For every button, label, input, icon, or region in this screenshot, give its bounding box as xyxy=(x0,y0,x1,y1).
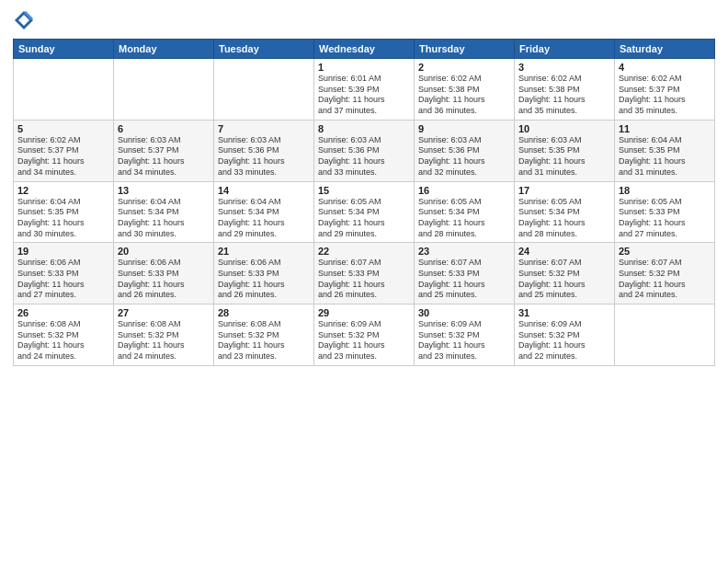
day-cell: 6Sunrise: 6:03 AM Sunset: 5:37 PM Daylig… xyxy=(114,120,214,181)
day-info: Sunrise: 6:05 AM Sunset: 5:34 PM Dayligh… xyxy=(418,197,510,240)
day-cell: 19Sunrise: 6:06 AM Sunset: 5:33 PM Dayli… xyxy=(14,243,114,304)
calendar: SundayMondayTuesdayWednesdayThursdayFrid… xyxy=(13,39,715,366)
day-cell: 1Sunrise: 6:01 AM Sunset: 5:39 PM Daylig… xyxy=(314,59,415,121)
day-number: 16 xyxy=(418,185,510,196)
day-number: 18 xyxy=(619,185,711,196)
day-cell: 4Sunrise: 6:02 AM Sunset: 5:37 PM Daylig… xyxy=(615,59,715,121)
day-info: Sunrise: 6:03 AM Sunset: 5:35 PM Dayligh… xyxy=(518,135,610,178)
day-number: 6 xyxy=(118,123,210,134)
day-info: Sunrise: 6:08 AM Sunset: 5:32 PM Dayligh… xyxy=(17,319,109,362)
header-row: SundayMondayTuesdayWednesdayThursdayFrid… xyxy=(14,40,715,59)
day-number: 8 xyxy=(318,123,410,134)
day-number: 23 xyxy=(418,246,510,257)
day-cell: 30Sunrise: 6:09 AM Sunset: 5:32 PM Dayli… xyxy=(415,304,515,366)
day-info: Sunrise: 6:07 AM Sunset: 5:33 PM Dayligh… xyxy=(318,258,410,301)
day-info: Sunrise: 6:03 AM Sunset: 5:37 PM Dayligh… xyxy=(118,135,210,178)
day-cell: 12Sunrise: 6:04 AM Sunset: 5:35 PM Dayli… xyxy=(14,181,114,243)
day-cell: 15Sunrise: 6:05 AM Sunset: 5:34 PM Dayli… xyxy=(314,181,415,243)
day-info: Sunrise: 6:02 AM Sunset: 5:37 PM Dayligh… xyxy=(17,135,109,178)
day-info: Sunrise: 6:06 AM Sunset: 5:33 PM Dayligh… xyxy=(17,258,109,301)
day-info: Sunrise: 6:08 AM Sunset: 5:32 PM Dayligh… xyxy=(118,319,210,362)
day-number: 26 xyxy=(17,307,109,318)
day-cell: 27Sunrise: 6:08 AM Sunset: 5:32 PM Dayli… xyxy=(114,304,214,366)
day-cell xyxy=(615,304,715,366)
week-row-1: 1Sunrise: 6:01 AM Sunset: 5:39 PM Daylig… xyxy=(14,59,715,121)
week-row-3: 12Sunrise: 6:04 AM Sunset: 5:35 PM Dayli… xyxy=(14,181,715,243)
day-info: Sunrise: 6:02 AM Sunset: 5:38 PM Dayligh… xyxy=(418,74,510,117)
day-cell: 25Sunrise: 6:07 AM Sunset: 5:32 PM Dayli… xyxy=(615,243,715,304)
day-number: 3 xyxy=(518,62,610,73)
col-header-friday: Friday xyxy=(515,40,615,59)
day-number: 2 xyxy=(418,62,510,73)
day-cell: 26Sunrise: 6:08 AM Sunset: 5:32 PM Dayli… xyxy=(14,304,114,366)
day-info: Sunrise: 6:04 AM Sunset: 5:34 PM Dayligh… xyxy=(218,197,310,240)
day-info: Sunrise: 6:02 AM Sunset: 5:37 PM Dayligh… xyxy=(619,74,711,117)
day-cell: 10Sunrise: 6:03 AM Sunset: 5:35 PM Dayli… xyxy=(515,120,615,181)
day-number: 27 xyxy=(118,307,210,318)
day-cell: 13Sunrise: 6:04 AM Sunset: 5:34 PM Dayli… xyxy=(114,181,214,243)
col-header-monday: Monday xyxy=(114,40,214,59)
week-row-2: 5Sunrise: 6:02 AM Sunset: 5:37 PM Daylig… xyxy=(14,120,715,181)
day-info: Sunrise: 6:04 AM Sunset: 5:34 PM Dayligh… xyxy=(118,197,210,240)
day-number: 31 xyxy=(518,307,610,318)
week-row-4: 19Sunrise: 6:06 AM Sunset: 5:33 PM Dayli… xyxy=(14,243,715,304)
day-cell: 9Sunrise: 6:03 AM Sunset: 5:36 PM Daylig… xyxy=(415,120,515,181)
day-number: 17 xyxy=(518,185,610,196)
day-cell: 29Sunrise: 6:09 AM Sunset: 5:32 PM Dayli… xyxy=(314,304,415,366)
logo-icon xyxy=(13,9,35,31)
day-number: 24 xyxy=(518,246,610,257)
day-number: 1 xyxy=(318,62,410,73)
day-number: 30 xyxy=(418,307,510,318)
day-info: Sunrise: 6:05 AM Sunset: 5:34 PM Dayligh… xyxy=(318,197,410,240)
day-number: 14 xyxy=(218,185,310,196)
day-info: Sunrise: 6:08 AM Sunset: 5:32 PM Dayligh… xyxy=(218,319,310,362)
col-header-saturday: Saturday xyxy=(615,40,715,59)
day-number: 12 xyxy=(17,185,109,196)
day-cell xyxy=(114,59,214,121)
day-cell: 21Sunrise: 6:06 AM Sunset: 5:33 PM Dayli… xyxy=(214,243,314,304)
day-cell: 14Sunrise: 6:04 AM Sunset: 5:34 PM Dayli… xyxy=(214,181,314,243)
day-info: Sunrise: 6:09 AM Sunset: 5:32 PM Dayligh… xyxy=(418,319,510,362)
day-cell: 11Sunrise: 6:04 AM Sunset: 5:35 PM Dayli… xyxy=(615,120,715,181)
day-number: 13 xyxy=(118,185,210,196)
page: SundayMondayTuesdayWednesdayThursdayFrid… xyxy=(0,0,728,563)
day-number: 4 xyxy=(619,62,711,73)
day-number: 5 xyxy=(17,123,109,134)
day-cell: 2Sunrise: 6:02 AM Sunset: 5:38 PM Daylig… xyxy=(415,59,515,121)
day-cell: 28Sunrise: 6:08 AM Sunset: 5:32 PM Dayli… xyxy=(214,304,314,366)
day-cell: 7Sunrise: 6:03 AM Sunset: 5:36 PM Daylig… xyxy=(214,120,314,181)
day-number: 20 xyxy=(118,246,210,257)
day-cell: 5Sunrise: 6:02 AM Sunset: 5:37 PM Daylig… xyxy=(14,120,114,181)
week-row-5: 26Sunrise: 6:08 AM Sunset: 5:32 PM Dayli… xyxy=(14,304,715,366)
day-info: Sunrise: 6:05 AM Sunset: 5:34 PM Dayligh… xyxy=(518,197,610,240)
day-cell xyxy=(214,59,314,121)
day-info: Sunrise: 6:05 AM Sunset: 5:33 PM Dayligh… xyxy=(619,197,711,240)
day-info: Sunrise: 6:07 AM Sunset: 5:32 PM Dayligh… xyxy=(518,258,610,301)
day-number: 22 xyxy=(318,246,410,257)
day-info: Sunrise: 6:03 AM Sunset: 5:36 PM Dayligh… xyxy=(418,135,510,178)
col-header-thursday: Thursday xyxy=(415,40,515,59)
day-info: Sunrise: 6:07 AM Sunset: 5:32 PM Dayligh… xyxy=(619,258,711,301)
day-info: Sunrise: 6:04 AM Sunset: 5:35 PM Dayligh… xyxy=(619,135,711,178)
day-number: 21 xyxy=(218,246,310,257)
day-cell: 17Sunrise: 6:05 AM Sunset: 5:34 PM Dayli… xyxy=(515,181,615,243)
day-info: Sunrise: 6:09 AM Sunset: 5:32 PM Dayligh… xyxy=(518,319,610,362)
day-cell: 22Sunrise: 6:07 AM Sunset: 5:33 PM Dayli… xyxy=(314,243,415,304)
day-number: 29 xyxy=(318,307,410,318)
logo xyxy=(13,9,39,31)
day-cell xyxy=(14,59,114,121)
day-number: 28 xyxy=(218,307,310,318)
col-header-wednesday: Wednesday xyxy=(314,40,415,59)
day-cell: 20Sunrise: 6:06 AM Sunset: 5:33 PM Dayli… xyxy=(114,243,214,304)
day-number: 25 xyxy=(619,246,711,257)
day-info: Sunrise: 6:03 AM Sunset: 5:36 PM Dayligh… xyxy=(218,135,310,178)
day-cell: 31Sunrise: 6:09 AM Sunset: 5:32 PM Dayli… xyxy=(515,304,615,366)
day-info: Sunrise: 6:04 AM Sunset: 5:35 PM Dayligh… xyxy=(17,197,109,240)
col-header-sunday: Sunday xyxy=(14,40,114,59)
day-info: Sunrise: 6:07 AM Sunset: 5:33 PM Dayligh… xyxy=(418,258,510,301)
day-cell: 24Sunrise: 6:07 AM Sunset: 5:32 PM Dayli… xyxy=(515,243,615,304)
day-number: 19 xyxy=(17,246,109,257)
header xyxy=(13,9,715,31)
day-number: 7 xyxy=(218,123,310,134)
day-number: 9 xyxy=(418,123,510,134)
